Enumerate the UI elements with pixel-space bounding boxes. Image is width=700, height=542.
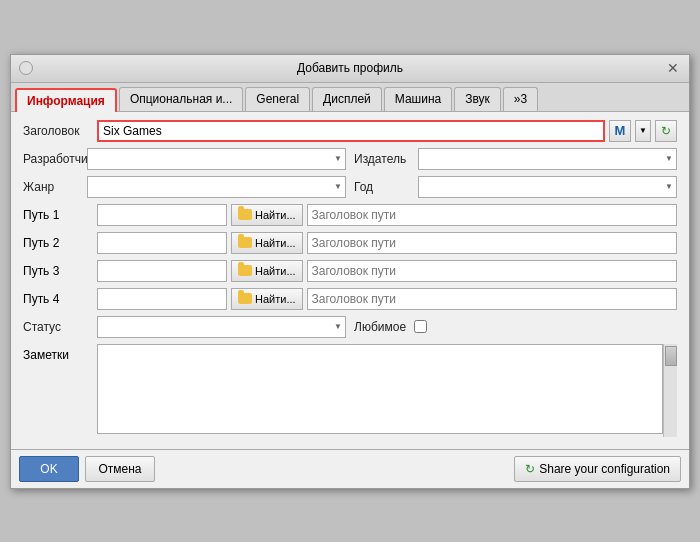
developer-select[interactable] <box>87 148 346 170</box>
tab-information[interactable]: Информация <box>15 88 117 112</box>
genre-half: Жанр <box>23 176 346 198</box>
year-half: Год <box>354 176 677 198</box>
title-label: Заголовок <box>23 124 93 138</box>
path2-input[interactable] <box>97 232 227 254</box>
form-content: Заголовок M ▼ ↻ Разработчик Издатель <box>11 112 689 449</box>
titlebar: Добавить профиль ✕ <box>11 55 689 83</box>
path2-row: Путь 2 Найти... <box>23 232 677 254</box>
folder-icon <box>238 209 252 220</box>
tab-machine[interactable]: Машина <box>384 87 452 111</box>
m-icon-button[interactable]: M <box>609 120 631 142</box>
status-select[interactable] <box>97 316 346 338</box>
path1-label: Путь 1 <box>23 208 93 222</box>
year-select-wrapper <box>418 176 677 198</box>
path3-button[interactable]: Найти... <box>231 260 303 282</box>
footer-left: OK Отмена <box>19 456 155 482</box>
window-title: Добавить профиль <box>297 61 403 75</box>
title-input[interactable] <box>97 120 605 142</box>
path4-button[interactable]: Найти... <box>231 288 303 310</box>
tab-general[interactable]: General <box>245 87 310 111</box>
favorite-half: Любимое <box>354 320 677 334</box>
notes-label: Заметки <box>23 344 93 362</box>
genre-year-row: Жанр Год <box>23 176 677 198</box>
refresh-button[interactable]: ↻ <box>655 120 677 142</box>
path3-label: Путь 3 <box>23 264 93 278</box>
tab-optional[interactable]: Опциональная и... <box>119 87 243 111</box>
path1-title-input[interactable] <box>307 204 677 226</box>
notes-row: Заметки <box>23 344 677 437</box>
share-label: Share your configuration <box>539 462 670 476</box>
status-label: Статус <box>23 320 93 334</box>
path3-row: Путь 3 Найти... <box>23 260 677 282</box>
publisher-half: Издатель <box>354 148 677 170</box>
path3-input[interactable] <box>97 260 227 282</box>
path4-row: Путь 4 Найти... <box>23 288 677 310</box>
developer-half: Разработчик <box>23 148 346 170</box>
folder-icon-4 <box>238 293 252 304</box>
favorite-checkbox-wrapper <box>414 320 427 333</box>
path4-input[interactable] <box>97 288 227 310</box>
minimize-button[interactable] <box>19 61 33 75</box>
path4-label: Путь 4 <box>23 292 93 306</box>
footer: OK Отмена ↻ Share your configuration <box>11 449 689 488</box>
tab-bar: Информация Опциональная и... General Дис… <box>11 83 689 112</box>
publisher-select[interactable] <box>418 148 677 170</box>
genre-select[interactable] <box>87 176 346 198</box>
developer-select-wrapper <box>87 148 346 170</box>
titlebar-left <box>19 61 33 75</box>
cancel-button[interactable]: Отмена <box>85 456 155 482</box>
status-favorite-row: Статус Любимое <box>23 316 677 338</box>
title-dropdown-button[interactable]: ▼ <box>635 120 651 142</box>
path4-title-input[interactable] <box>307 288 677 310</box>
favorite-checkbox[interactable] <box>414 320 427 333</box>
tab-sound[interactable]: Звук <box>454 87 501 111</box>
publisher-label: Издатель <box>354 152 414 166</box>
title-row: Заголовок M ▼ ↻ <box>23 120 677 142</box>
favorite-label: Любимое <box>354 320 406 334</box>
share-icon: ↻ <box>525 462 535 476</box>
path2-label: Путь 2 <box>23 236 93 250</box>
share-button[interactable]: ↻ Share your configuration <box>514 456 681 482</box>
tab-display[interactable]: Дисплей <box>312 87 382 111</box>
year-select[interactable] <box>418 176 677 198</box>
ok-button[interactable]: OK <box>19 456 79 482</box>
notes-area-wrapper <box>97 344 677 437</box>
notes-textarea[interactable] <box>97 344 663 434</box>
folder-icon-3 <box>238 265 252 276</box>
path1-button[interactable]: Найти... <box>231 204 303 226</box>
path2-button[interactable]: Найти... <box>231 232 303 254</box>
status-select-wrapper <box>97 316 346 338</box>
status-half: Статус <box>23 316 346 338</box>
path2-title-input[interactable] <box>307 232 677 254</box>
developer-label: Разработчик <box>23 152 83 166</box>
path1-input[interactable] <box>97 204 227 226</box>
publisher-select-wrapper <box>418 148 677 170</box>
path1-row: Путь 1 Найти... <box>23 204 677 226</box>
main-window: Добавить профиль ✕ Информация Опциональн… <box>10 54 690 489</box>
genre-label: Жанр <box>23 180 83 194</box>
year-label: Год <box>354 180 414 194</box>
scrollbar-thumb[interactable] <box>665 346 677 366</box>
scrollbar-track <box>663 344 677 437</box>
tab-more[interactable]: »3 <box>503 87 538 111</box>
folder-icon-2 <box>238 237 252 248</box>
genre-select-wrapper <box>87 176 346 198</box>
developer-publisher-row: Разработчик Издатель <box>23 148 677 170</box>
close-button[interactable]: ✕ <box>665 60 681 76</box>
path3-title-input[interactable] <box>307 260 677 282</box>
